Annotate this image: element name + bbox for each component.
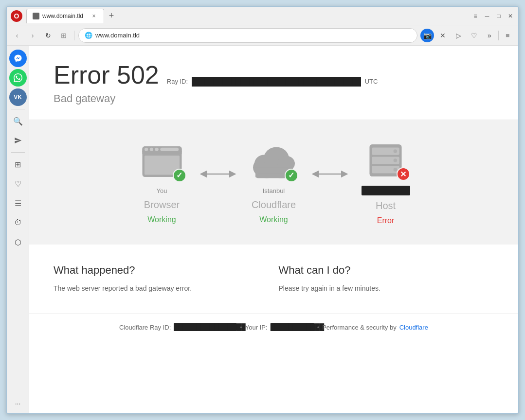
browser-name: Browser <box>144 199 180 210</box>
error-code: Error 502 <box>54 60 159 89</box>
what-happened-body: The web server reported a bad gateway er… <box>54 283 269 294</box>
content-area: VK 🔍 ⊞ ♡ ☰ ⏱ ⬡ ··· Error 502 Ray <box>7 46 518 413</box>
tab-title: www.domain.tld <box>42 13 83 19</box>
browser-location: You <box>157 187 167 194</box>
sidebar-divider-2 <box>11 152 25 153</box>
what-can-i-do-title: What can I do? <box>279 264 494 277</box>
grid-view-button[interactable]: ⊞ <box>57 29 70 42</box>
window-controls: ≡ ─ □ ✕ <box>471 12 514 20</box>
cloudflare-link[interactable]: Cloudflare <box>399 324 428 331</box>
sidebar-apps-icon[interactable]: ⊞ <box>9 156 27 173</box>
toolbar: ‹ › ↻ ⊞ 🌐 www.domain.tld 📷 ✕ ▷ ♡ » ≡ <box>7 25 518 46</box>
arrow-svg-2 <box>310 168 349 182</box>
browser-icon-wrapper: ✓ <box>138 141 186 182</box>
host-status-badge: ✕ <box>397 167 410 181</box>
cloudflare-location: Istanbul <box>263 187 285 194</box>
url-text: www.domain.tld <box>95 32 411 39</box>
sidebar-search-icon[interactable]: 🔍 <box>9 112 27 130</box>
camera-button[interactable]: 📷 <box>420 29 434 42</box>
what-can-i-do-column: What can I do? Please try again in a few… <box>279 264 494 294</box>
close-button[interactable]: ✕ <box>507 12 514 20</box>
cloudflare-status-badge: ✓ <box>285 169 298 182</box>
toolbar-separator <box>74 31 74 40</box>
svg-point-23 <box>394 168 398 172</box>
toolbar-sep2 <box>498 31 499 40</box>
toolbar-action-icons: 📷 ✕ ▷ ♡ » ≡ <box>420 29 514 42</box>
heart-icon[interactable]: ♡ <box>467 29 481 42</box>
svg-rect-3 <box>145 147 148 151</box>
footer-ip-label: Your IP: <box>245 324 268 331</box>
minimize-button[interactable]: ─ <box>483 12 491 20</box>
svg-rect-2 <box>142 151 181 154</box>
arrow-2 <box>306 168 354 182</box>
footer-ip-value: ████████████ <box>271 323 314 331</box>
cloudflare-status: Working <box>259 215 288 224</box>
cloudflare-name: Cloudflare <box>252 199 296 210</box>
sidebar: VK 🔍 ⊞ ♡ ☰ ⏱ ⬡ ··· <box>7 46 29 413</box>
host-node: ✕ Host Error <box>354 140 417 225</box>
ray-id-label: Ray ID: <box>167 78 188 85</box>
page-footer: Cloudflare Ray ID: ████████████████ • Yo… <box>29 313 518 341</box>
sidebar-vk-icon[interactable]: VK <box>9 88 27 106</box>
refresh-button[interactable]: ↻ <box>42 29 54 42</box>
address-bar[interactable]: 🌐 www.domain.tld <box>78 28 417 43</box>
sidebar-clock-icon[interactable]: ⏱ <box>9 214 27 231</box>
browser-node: ✓ You Browser Working <box>130 141 194 224</box>
sidebar-divider-1 <box>11 109 25 109</box>
host-name: Host <box>376 200 396 211</box>
sidebar-messenger-icon[interactable] <box>9 50 27 67</box>
what-happened-title: What happened? <box>54 264 269 277</box>
footer-ray-value: ████████████████ <box>174 323 237 331</box>
utc-label: UTC <box>365 78 378 85</box>
arrow-svg-1 <box>199 168 237 182</box>
new-tab-button[interactable]: + <box>105 10 118 22</box>
browser-status-badge: ✓ <box>173 169 186 182</box>
server-icon-wrapper: ✕ <box>362 140 410 181</box>
arrow-1 <box>194 168 242 182</box>
ray-id-section: Ray ID: ████████████████████████████████… <box>167 77 378 87</box>
forward-button[interactable]: › <box>26 29 39 42</box>
sidebar-history-icon[interactable]: ☰ <box>9 194 27 212</box>
play-icon[interactable]: ▷ <box>452 29 465 42</box>
sidebar-heart-icon[interactable]: ♡ <box>9 175 27 192</box>
sidebar-package-icon[interactable]: ⬡ <box>9 233 27 251</box>
opera-logo: O <box>11 10 22 22</box>
host-status: Error <box>377 216 395 225</box>
footer-sep1: • <box>240 324 242 331</box>
footer-content: Cloudflare Ray ID: ████████████████ • Yo… <box>39 323 508 331</box>
error-title-line: Error 502 Ray ID: ██████████████████████… <box>54 60 494 89</box>
maximize-button[interactable]: □ <box>495 12 503 20</box>
cloudflare-node: ✓ Istanbul Cloudflare Working <box>242 141 306 224</box>
footer-ray-label: Cloudflare Ray ID: <box>119 324 171 331</box>
what-can-i-do-body: Please try again in a few minutes. <box>279 283 494 294</box>
sidebar-more-button[interactable]: ··· <box>9 398 27 409</box>
tab-close-button[interactable]: × <box>90 12 98 20</box>
back-button[interactable]: ‹ <box>11 29 23 42</box>
sidebar-whatsapp-icon[interactable] <box>9 69 27 87</box>
host-label-redacted <box>362 186 410 195</box>
svg-rect-6 <box>160 147 179 151</box>
sidebar-send-icon[interactable] <box>9 132 27 149</box>
svg-point-21 <box>394 149 398 153</box>
error-header: Error 502 Ray ID: ██████████████████████… <box>29 46 518 120</box>
page-content: Error 502 Ray ID: ██████████████████████… <box>29 46 518 413</box>
block-icon[interactable]: ✕ <box>436 29 450 42</box>
what-happened-column: What happened? The web server reported a… <box>54 264 269 294</box>
browser-status: Working <box>147 215 176 224</box>
more-tools-icon[interactable]: » <box>483 29 496 42</box>
tab-bar: www.domain.tld × + <box>26 9 470 23</box>
svg-rect-4 <box>149 147 153 151</box>
error-subtitle: Bad gateway <box>54 92 494 105</box>
globe-icon: 🌐 <box>85 32 92 39</box>
active-tab[interactable]: www.domain.tld × <box>26 9 104 23</box>
svg-point-22 <box>394 158 398 162</box>
tab-favicon <box>33 13 39 19</box>
cloud-icon-wrapper: ✓ <box>250 141 298 182</box>
info-section: What happened? The web server reported a… <box>29 245 518 313</box>
footer-sep2: • <box>317 324 320 331</box>
ray-id-value: ████████████████████████████████████ <box>192 77 361 87</box>
menu-icon[interactable]: ≡ <box>501 29 514 42</box>
filter-icon[interactable]: ≡ <box>471 12 479 20</box>
footer-perf-text: Performance & security by <box>322 324 396 331</box>
title-bar: O www.domain.tld × + ≡ ─ □ ✕ <box>7 7 518 25</box>
